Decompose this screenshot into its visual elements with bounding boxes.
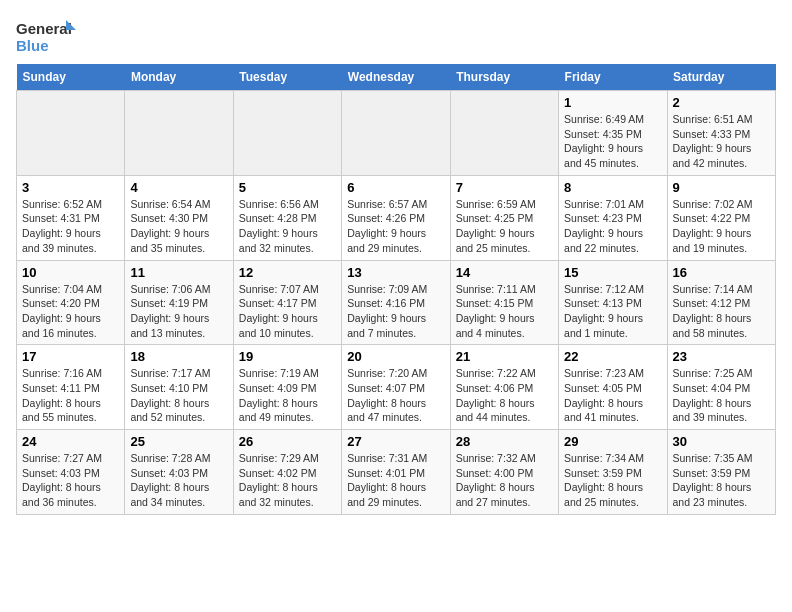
day-info: Sunrise: 7:31 AM Sunset: 4:01 PM Dayligh… bbox=[347, 451, 444, 510]
calendar-cell: 25Sunrise: 7:28 AM Sunset: 4:03 PM Dayli… bbox=[125, 430, 233, 515]
calendar-cell: 19Sunrise: 7:19 AM Sunset: 4:09 PM Dayli… bbox=[233, 345, 341, 430]
day-number: 25 bbox=[130, 434, 227, 449]
day-number: 29 bbox=[564, 434, 661, 449]
calendar-cell: 8Sunrise: 7:01 AM Sunset: 4:23 PM Daylig… bbox=[559, 175, 667, 260]
calendar-cell: 12Sunrise: 7:07 AM Sunset: 4:17 PM Dayli… bbox=[233, 260, 341, 345]
day-info: Sunrise: 7:28 AM Sunset: 4:03 PM Dayligh… bbox=[130, 451, 227, 510]
day-number: 17 bbox=[22, 349, 119, 364]
day-number: 30 bbox=[673, 434, 770, 449]
calendar-cell bbox=[17, 91, 125, 176]
day-number: 18 bbox=[130, 349, 227, 364]
calendar-cell bbox=[125, 91, 233, 176]
day-header-saturday: Saturday bbox=[667, 64, 775, 91]
day-number: 4 bbox=[130, 180, 227, 195]
day-header-monday: Monday bbox=[125, 64, 233, 91]
day-number: 16 bbox=[673, 265, 770, 280]
day-info: Sunrise: 6:59 AM Sunset: 4:25 PM Dayligh… bbox=[456, 197, 553, 256]
calendar-cell: 17Sunrise: 7:16 AM Sunset: 4:11 PM Dayli… bbox=[17, 345, 125, 430]
day-number: 2 bbox=[673, 95, 770, 110]
day-number: 8 bbox=[564, 180, 661, 195]
week-row-3: 17Sunrise: 7:16 AM Sunset: 4:11 PM Dayli… bbox=[17, 345, 776, 430]
calendar-cell: 5Sunrise: 6:56 AM Sunset: 4:28 PM Daylig… bbox=[233, 175, 341, 260]
day-number: 11 bbox=[130, 265, 227, 280]
day-info: Sunrise: 6:54 AM Sunset: 4:30 PM Dayligh… bbox=[130, 197, 227, 256]
calendar-cell: 24Sunrise: 7:27 AM Sunset: 4:03 PM Dayli… bbox=[17, 430, 125, 515]
day-info: Sunrise: 7:04 AM Sunset: 4:20 PM Dayligh… bbox=[22, 282, 119, 341]
day-info: Sunrise: 7:12 AM Sunset: 4:13 PM Dayligh… bbox=[564, 282, 661, 341]
day-info: Sunrise: 6:57 AM Sunset: 4:26 PM Dayligh… bbox=[347, 197, 444, 256]
calendar-cell: 29Sunrise: 7:34 AM Sunset: 3:59 PM Dayli… bbox=[559, 430, 667, 515]
day-header-friday: Friday bbox=[559, 64, 667, 91]
day-number: 19 bbox=[239, 349, 336, 364]
calendar-cell: 28Sunrise: 7:32 AM Sunset: 4:00 PM Dayli… bbox=[450, 430, 558, 515]
day-info: Sunrise: 7:02 AM Sunset: 4:22 PM Dayligh… bbox=[673, 197, 770, 256]
calendar-table: SundayMondayTuesdayWednesdayThursdayFrid… bbox=[16, 64, 776, 515]
day-number: 9 bbox=[673, 180, 770, 195]
calendar-cell: 6Sunrise: 6:57 AM Sunset: 4:26 PM Daylig… bbox=[342, 175, 450, 260]
calendar-cell: 3Sunrise: 6:52 AM Sunset: 4:31 PM Daylig… bbox=[17, 175, 125, 260]
day-info: Sunrise: 7:11 AM Sunset: 4:15 PM Dayligh… bbox=[456, 282, 553, 341]
day-number: 24 bbox=[22, 434, 119, 449]
day-info: Sunrise: 6:49 AM Sunset: 4:35 PM Dayligh… bbox=[564, 112, 661, 171]
day-info: Sunrise: 7:09 AM Sunset: 4:16 PM Dayligh… bbox=[347, 282, 444, 341]
calendar-cell: 15Sunrise: 7:12 AM Sunset: 4:13 PM Dayli… bbox=[559, 260, 667, 345]
day-number: 15 bbox=[564, 265, 661, 280]
day-info: Sunrise: 7:20 AM Sunset: 4:07 PM Dayligh… bbox=[347, 366, 444, 425]
calendar-cell: 2Sunrise: 6:51 AM Sunset: 4:33 PM Daylig… bbox=[667, 91, 775, 176]
day-info: Sunrise: 7:16 AM Sunset: 4:11 PM Dayligh… bbox=[22, 366, 119, 425]
day-number: 7 bbox=[456, 180, 553, 195]
header: GeneralBlue bbox=[16, 16, 776, 56]
calendar-cell: 23Sunrise: 7:25 AM Sunset: 4:04 PM Dayli… bbox=[667, 345, 775, 430]
day-info: Sunrise: 7:25 AM Sunset: 4:04 PM Dayligh… bbox=[673, 366, 770, 425]
calendar-cell: 11Sunrise: 7:06 AM Sunset: 4:19 PM Dayli… bbox=[125, 260, 233, 345]
day-number: 14 bbox=[456, 265, 553, 280]
week-row-0: 1Sunrise: 6:49 AM Sunset: 4:35 PM Daylig… bbox=[17, 91, 776, 176]
calendar-cell: 26Sunrise: 7:29 AM Sunset: 4:02 PM Dayli… bbox=[233, 430, 341, 515]
calendar-cell: 27Sunrise: 7:31 AM Sunset: 4:01 PM Dayli… bbox=[342, 430, 450, 515]
calendar-cell: 14Sunrise: 7:11 AM Sunset: 4:15 PM Dayli… bbox=[450, 260, 558, 345]
day-info: Sunrise: 7:19 AM Sunset: 4:09 PM Dayligh… bbox=[239, 366, 336, 425]
day-number: 27 bbox=[347, 434, 444, 449]
week-row-1: 3Sunrise: 6:52 AM Sunset: 4:31 PM Daylig… bbox=[17, 175, 776, 260]
day-info: Sunrise: 6:51 AM Sunset: 4:33 PM Dayligh… bbox=[673, 112, 770, 171]
day-info: Sunrise: 7:27 AM Sunset: 4:03 PM Dayligh… bbox=[22, 451, 119, 510]
day-number: 6 bbox=[347, 180, 444, 195]
calendar-cell: 4Sunrise: 6:54 AM Sunset: 4:30 PM Daylig… bbox=[125, 175, 233, 260]
day-number: 10 bbox=[22, 265, 119, 280]
logo: GeneralBlue bbox=[16, 16, 76, 56]
day-info: Sunrise: 7:32 AM Sunset: 4:00 PM Dayligh… bbox=[456, 451, 553, 510]
calendar-cell: 13Sunrise: 7:09 AM Sunset: 4:16 PM Dayli… bbox=[342, 260, 450, 345]
calendar-cell: 7Sunrise: 6:59 AM Sunset: 4:25 PM Daylig… bbox=[450, 175, 558, 260]
day-info: Sunrise: 7:34 AM Sunset: 3:59 PM Dayligh… bbox=[564, 451, 661, 510]
week-row-4: 24Sunrise: 7:27 AM Sunset: 4:03 PM Dayli… bbox=[17, 430, 776, 515]
day-info: Sunrise: 6:56 AM Sunset: 4:28 PM Dayligh… bbox=[239, 197, 336, 256]
calendar-cell: 16Sunrise: 7:14 AM Sunset: 4:12 PM Dayli… bbox=[667, 260, 775, 345]
day-info: Sunrise: 7:14 AM Sunset: 4:12 PM Dayligh… bbox=[673, 282, 770, 341]
day-header-wednesday: Wednesday bbox=[342, 64, 450, 91]
day-number: 1 bbox=[564, 95, 661, 110]
day-info: Sunrise: 7:29 AM Sunset: 4:02 PM Dayligh… bbox=[239, 451, 336, 510]
calendar-cell: 10Sunrise: 7:04 AM Sunset: 4:20 PM Dayli… bbox=[17, 260, 125, 345]
day-header-tuesday: Tuesday bbox=[233, 64, 341, 91]
calendar-cell bbox=[342, 91, 450, 176]
day-number: 22 bbox=[564, 349, 661, 364]
day-number: 3 bbox=[22, 180, 119, 195]
day-header-sunday: Sunday bbox=[17, 64, 125, 91]
day-number: 26 bbox=[239, 434, 336, 449]
svg-text:General: General bbox=[16, 20, 72, 37]
calendar-body: 1Sunrise: 6:49 AM Sunset: 4:35 PM Daylig… bbox=[17, 91, 776, 515]
day-info: Sunrise: 7:17 AM Sunset: 4:10 PM Dayligh… bbox=[130, 366, 227, 425]
day-number: 23 bbox=[673, 349, 770, 364]
calendar-cell bbox=[450, 91, 558, 176]
calendar-cell bbox=[233, 91, 341, 176]
day-info: Sunrise: 7:22 AM Sunset: 4:06 PM Dayligh… bbox=[456, 366, 553, 425]
day-header-thursday: Thursday bbox=[450, 64, 558, 91]
week-row-2: 10Sunrise: 7:04 AM Sunset: 4:20 PM Dayli… bbox=[17, 260, 776, 345]
day-number: 21 bbox=[456, 349, 553, 364]
day-info: Sunrise: 7:07 AM Sunset: 4:17 PM Dayligh… bbox=[239, 282, 336, 341]
calendar-cell: 18Sunrise: 7:17 AM Sunset: 4:10 PM Dayli… bbox=[125, 345, 233, 430]
day-number: 28 bbox=[456, 434, 553, 449]
day-info: Sunrise: 7:23 AM Sunset: 4:05 PM Dayligh… bbox=[564, 366, 661, 425]
calendar-cell: 9Sunrise: 7:02 AM Sunset: 4:22 PM Daylig… bbox=[667, 175, 775, 260]
calendar-cell: 30Sunrise: 7:35 AM Sunset: 3:59 PM Dayli… bbox=[667, 430, 775, 515]
